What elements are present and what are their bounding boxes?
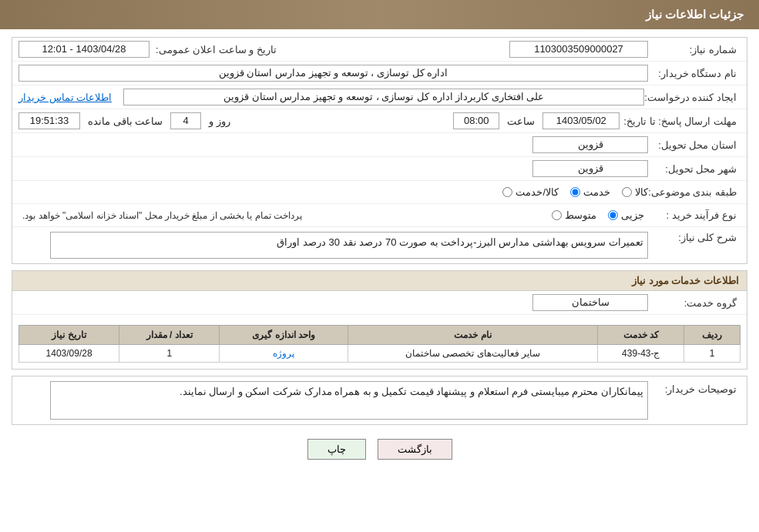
khadamat-section: اطلاعات خدمات مورد نیاز گروه خدمت: ساختم… bbox=[12, 270, 747, 370]
gorohe-khadamat-label: گروه خدمت: bbox=[648, 297, 741, 309]
col-tedad: تعداد / مقدار bbox=[119, 326, 220, 345]
mohlat-rooz-label: روز و bbox=[205, 115, 234, 127]
page-title: جزئیات اطلاعات نیاز bbox=[646, 8, 744, 21]
col-kod: کد خدمت bbox=[598, 326, 684, 345]
table-container: ردیف کد خدمت نام خدمت واحد اندازه گیری ت… bbox=[12, 315, 747, 369]
noye-farayand-label: نوع فرآیند خرید : bbox=[648, 209, 741, 221]
tarikh-saat-label: تاریخ و ساعت اعلان عمومی: bbox=[149, 44, 280, 55]
mohlat-baghi: 19:51:33 bbox=[18, 112, 80, 129]
mohlat-saat: 08:00 bbox=[453, 112, 499, 129]
radio-kala-khadamat[interactable]: کالا/خدمت bbox=[502, 186, 559, 198]
tosiyat-section: توصیحات خریدار: پیمانکاران محترم میبایست… bbox=[12, 376, 747, 425]
radio-khadamat[interactable]: خدمت bbox=[570, 186, 610, 198]
farayand-notice: پرداخت تمام یا بخشی از مبلغ خریدار محل "… bbox=[18, 208, 306, 223]
mohlat-saat-label: ساعت bbox=[503, 115, 539, 127]
mohlat-rooz: 4 bbox=[170, 112, 201, 129]
radio-kala-khadamat-input[interactable] bbox=[502, 187, 512, 197]
radio-motavaset[interactable]: متوسط bbox=[552, 209, 596, 221]
cell-kod: ج-43-439 bbox=[598, 345, 684, 363]
cell-tedad: 1 bbox=[119, 345, 220, 363]
tarikh-saat-value: 1403/04/28 - 12:01 bbox=[18, 41, 149, 58]
col-nam: نام خدمت bbox=[348, 326, 597, 345]
farayand-row: نوع فرآیند خرید : جزیی متوسط پرداخت تمام… bbox=[12, 204, 747, 227]
tabaqe-label: طبقه بندی موضوعی: bbox=[648, 186, 741, 198]
radio-khadamat-input[interactable] bbox=[570, 187, 580, 197]
mohlat-row: مهلت ارسال پاسخ: تا تاریخ: 1403/05/02 سا… bbox=[12, 109, 747, 133]
sharh-niaz-value: تعمیرات سرویس بهداشتی مدارس البرز-پرداخت… bbox=[50, 232, 648, 259]
gorohe-khadamat-row: گروه خدمت: ساختمان bbox=[12, 291, 747, 315]
shomare-niaz-value: 1103003509000027 bbox=[509, 41, 648, 58]
ostan-tahvil-label: استان محل تحویل: bbox=[648, 139, 741, 151]
chap-button[interactable]: چاپ bbox=[307, 439, 366, 460]
button-row: بازگشت چاپ bbox=[12, 431, 747, 467]
tosiyat-row: توصیحات خریدار: پیمانکاران محترم میبایست… bbox=[12, 376, 747, 424]
radio-khadamat-label: خدمت bbox=[583, 186, 610, 198]
etelaat-tamas-link[interactable]: اطلاعات تماس خریدار bbox=[18, 92, 112, 103]
cell-vahed: پروژه bbox=[220, 345, 348, 363]
col-tarikh: تاریخ نیاز bbox=[19, 326, 119, 345]
sharh-niaz-label: شرح کلی نیاز: bbox=[648, 232, 741, 243]
khadamat-table: ردیف کد خدمت نام خدمت واحد اندازه گیری ت… bbox=[18, 325, 741, 363]
radio-kala[interactable]: کالا bbox=[622, 186, 648, 198]
shomare-tarikh-row: شماره نیاز: 1103003509000027 تاریخ و ساع… bbox=[12, 38, 747, 62]
gorohe-khadamat-value: ساختمان bbox=[532, 294, 648, 311]
col-vahed: واحد اندازه گیری bbox=[220, 326, 348, 345]
tabaqe-radio-group: کالا خدمت کالا/خدمت bbox=[502, 186, 648, 198]
cell-nam: سایر فعالیت‌های تخصصی ساختمان bbox=[348, 345, 597, 363]
farayand-radio-group: جزیی متوسط bbox=[552, 209, 644, 221]
content-area: شماره نیاز: 1103003509000027 تاریخ و ساع… bbox=[0, 29, 759, 475]
radio-kala-khadamat-label: کالا/خدمت bbox=[516, 186, 559, 198]
tosiyat-label: توصیحات خریدار: bbox=[648, 381, 741, 395]
ijad-konande-value: علی افتخاری کاربرداز اداره کل نوسازی ، ت… bbox=[123, 89, 644, 105]
page-wrapper: جزئیات اطلاعات نیاز شماره نیاز: 11030035… bbox=[0, 0, 759, 532]
mohlat-label: مهلت ارسال پاسخ: تا تاریخ: bbox=[623, 115, 741, 127]
shomare-niaz-label: شماره نیاز: bbox=[648, 44, 741, 55]
cell-radif: 1 bbox=[684, 345, 741, 363]
page-header: جزئیات اطلاعات نیاز bbox=[0, 0, 759, 29]
main-info-section: شماره نیاز: 1103003509000027 تاریخ و ساع… bbox=[12, 37, 747, 264]
tosiyat-value: پیمانکاران محترم میبایستی فرم استعلام و … bbox=[50, 381, 648, 420]
mohlat-date: 1403/05/02 bbox=[542, 112, 620, 129]
col-radif: ردیف bbox=[684, 326, 741, 345]
cell-tarikh: 1403/09/28 bbox=[19, 345, 119, 363]
radio-jozii-label: جزیی bbox=[621, 209, 644, 221]
khadamat-header: اطلاعات خدمات مورد نیاز bbox=[12, 271, 747, 291]
radio-kala-label: کالا bbox=[635, 186, 648, 198]
nam-dastgah-value: اداره کل توسازی ، توسعه و تجهیز مدارس اس… bbox=[18, 65, 648, 82]
nam-dastgah-row: نام دستگاه خریدار: اداره کل توسازی ، توس… bbox=[12, 62, 747, 85]
ostan-tahvil-value: قزوین bbox=[532, 136, 648, 153]
shahr-tahvil-label: شهر محل تحویل: bbox=[648, 163, 741, 175]
nam-dastgah-label: نام دستگاه خریدار: bbox=[648, 68, 741, 79]
ostan-row: استان محل تحویل: قزوین bbox=[12, 133, 747, 157]
sharh-niaz-container: تعمیرات سرویس بهداشتی مدارس البرز-پرداخت… bbox=[18, 232, 648, 259]
shahr-row: شهر محل تحویل: قزوین bbox=[12, 157, 747, 181]
bazgasht-button[interactable]: بازگشت bbox=[378, 439, 452, 460]
ijad-konande-label: ایجاد کننده درخواست: bbox=[644, 92, 741, 103]
ijad-konande-row: ایجاد کننده درخواست: علی افتخاری کاربردا… bbox=[12, 85, 747, 109]
shahr-tahvil-value: قزوین bbox=[532, 160, 648, 177]
radio-jozii[interactable]: جزیی bbox=[608, 209, 644, 221]
radio-jozii-input[interactable] bbox=[608, 210, 618, 220]
radio-kala-input[interactable] bbox=[622, 187, 632, 197]
tosiyat-container: پیمانکاران محترم میبایستی فرم استعلام و … bbox=[18, 381, 648, 420]
tabaqe-row: طبقه بندی موضوعی: کالا خدمت کالا/خدمت bbox=[12, 181, 747, 204]
radio-motavaset-label: متوسط bbox=[565, 209, 596, 221]
table-row: 1 ج-43-439 سایر فعالیت‌های تخصصی ساختمان… bbox=[19, 345, 741, 363]
mohlat-baghi-label: ساعت باقی مانده bbox=[84, 115, 166, 127]
sharh-niaz-row: شرح کلی نیاز: تعمیرات سرویس بهداشتی مدار… bbox=[12, 227, 747, 263]
radio-motavaset-input[interactable] bbox=[552, 210, 562, 220]
